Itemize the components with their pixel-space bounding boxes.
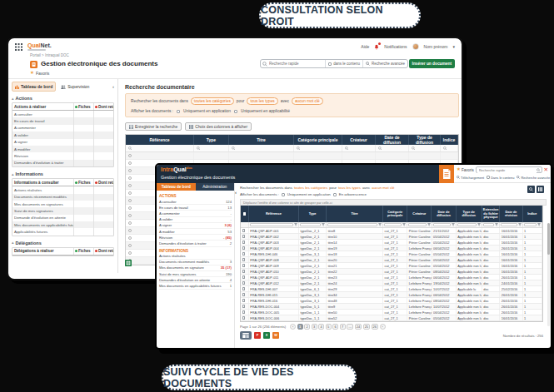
column-header[interactable]: Catégorie principale xyxy=(294,135,342,145)
page-prev-button[interactable]: ‹ xyxy=(290,324,296,330)
w2-categories-link[interactable]: toutes les catégories xyxy=(294,186,327,190)
column-filter[interactable] xyxy=(441,145,458,151)
sidebar-item[interactable]: Mes documents en signature35 (17) xyxy=(159,265,232,271)
row-radio-cell[interactable] xyxy=(126,152,194,159)
column-header[interactable]: Créateur xyxy=(407,206,432,222)
row-checkbox-cell[interactable] xyxy=(241,280,249,285)
row-checkbox[interactable] xyxy=(242,316,246,320)
column-filter[interactable] xyxy=(241,222,249,227)
column-filter[interactable] xyxy=(327,222,383,227)
row-checkbox-cell[interactable] xyxy=(241,234,249,239)
in-content-option[interactable]: dans le contenu xyxy=(325,60,362,67)
sidebar-counter-row[interactable]: Applicabilités futures xyxy=(12,228,113,235)
quick-search-input[interactable] xyxy=(267,60,325,67)
column-filter[interactable] xyxy=(376,145,409,151)
waffle-menu-icon[interactable] xyxy=(15,39,22,54)
row-checkbox-cell[interactable] xyxy=(241,304,249,309)
only-in-applicability-checkbox[interactable] xyxy=(234,110,237,113)
group-by-bar[interactable]: Déplacez l'entête d'une colonne ici afin… xyxy=(240,199,547,206)
column-filter[interactable] xyxy=(409,145,441,151)
row-checkbox[interactable] xyxy=(242,264,246,267)
row-checkbox-cell[interactable] xyxy=(241,298,249,303)
table-row[interactable]: FRA-QSP-ADP-002typeDoc_2_1titre10cat_27_… xyxy=(241,234,542,240)
keywords-pill[interactable]: aucun mot clé xyxy=(292,97,323,105)
row-checkbox-cell[interactable] xyxy=(241,310,249,315)
sidebar-item[interactable]: Demandes d'évolution en attente4 xyxy=(159,277,232,283)
download-link[interactable]: Téléchargement xyxy=(457,176,484,180)
column-filter[interactable] xyxy=(342,145,376,151)
table-row[interactable]: FRA-RES-DOC-004typeDoc_5_1titre9cat_27_1… xyxy=(241,304,542,310)
table-row[interactable]: FRA-RES-DHI-046typeDoc_3_1titre18cat_27_… xyxy=(241,251,542,257)
row-checkbox[interactable] xyxy=(242,270,246,273)
table-row[interactable]: FRA-RES-DHI-007typeDoc_6_1titre29cat_27_… xyxy=(241,286,542,292)
sidebar-counter-row[interactable]: A commenter xyxy=(12,125,113,131)
column-filter[interactable] xyxy=(383,222,407,227)
column-filter[interactable] xyxy=(294,145,342,151)
page-button[interactable]: 5 xyxy=(326,324,332,330)
table-row[interactable]: FRA-RES-DOC-005typeDoc_1_1titre50cat_27_… xyxy=(241,310,542,315)
row-checkbox[interactable] xyxy=(242,299,246,302)
sidebar-counter-row[interactable]: Révision xyxy=(12,152,113,159)
table-row[interactable]: FRA-RES-DHI-016typeDoc_3_1titre48cat_27_… xyxy=(241,298,542,304)
row-checkbox[interactable] xyxy=(242,229,246,232)
sidebar-item[interactable]: Révision- (85) xyxy=(159,235,232,241)
row-checkbox-cell[interactable] xyxy=(241,228,249,233)
w2-tree-view-checkbox[interactable] xyxy=(333,193,337,196)
column-filter[interactable] xyxy=(229,145,294,151)
w2-in-content-checkbox[interactable] xyxy=(487,176,490,179)
sidebar-item[interactable]: A valider- xyxy=(159,217,232,223)
avatar[interactable] xyxy=(412,43,419,50)
row-checkbox-cell[interactable] xyxy=(241,246,249,251)
w2-collapse-icon[interactable]: ‹ xyxy=(235,190,237,195)
column-header[interactable]: Date de diffusion xyxy=(432,206,456,222)
notifications-label[interactable]: Notifications xyxy=(384,44,407,49)
sidebar-item[interactable]: A signer3 (6) xyxy=(159,223,232,229)
layout-export-button[interactable] xyxy=(240,331,252,340)
row-radio[interactable] xyxy=(128,154,132,157)
table-row[interactable]: FRA-QSP-ADP-001typeDoc_2_1titre8cat_27_1… xyxy=(241,228,542,234)
column-header[interactable]: Indice xyxy=(441,135,458,145)
row-checkbox-cell[interactable] xyxy=(241,315,249,320)
sidebar-counter-row[interactable]: Mes documents en signatures xyxy=(12,201,113,207)
row-checkbox[interactable] xyxy=(242,310,246,314)
excel-export-icon[interactable] xyxy=(125,255,132,270)
row-radio[interactable] xyxy=(128,236,132,240)
w2-only-application-checkbox[interactable] xyxy=(282,193,285,196)
sidebar-item[interactable]: Documents récemment modifiés3 xyxy=(159,260,232,265)
row-checkbox[interactable] xyxy=(242,246,246,250)
column-filter[interactable] xyxy=(407,222,432,227)
row-radio[interactable] xyxy=(128,221,132,225)
sidebar-item[interactable]: Demandes d'évolution à traiter2 xyxy=(159,241,232,246)
table-row[interactable]: FRA-QSP-ADP-011typeDoc_2_1titre23cat_27_… xyxy=(241,275,542,280)
w2-advanced-search-link[interactable]: Recherche avancée xyxy=(517,176,550,180)
row-checkbox[interactable] xyxy=(242,252,246,256)
sidebar-item[interactable]: Actions réalisées xyxy=(159,254,232,260)
column-header[interactable]: Type xyxy=(299,206,327,222)
only-in-application-checkbox[interactable] xyxy=(177,110,180,113)
w2-keywords-link[interactable]: aucun mot clé xyxy=(372,186,394,190)
sidebar-counter-row[interactable]: En cours de travail xyxy=(12,117,113,124)
page-next-button[interactable]: › xyxy=(380,324,386,330)
sidebar-counter-row[interactable]: A valider xyxy=(12,131,113,138)
w2-search-input[interactable] xyxy=(477,167,537,173)
table-row[interactable] xyxy=(126,152,458,160)
page-button[interactable]: 26 xyxy=(372,324,378,330)
column-filter[interactable] xyxy=(126,145,194,151)
row-radio[interactable] xyxy=(128,184,132,187)
column-header[interactable]: Catégorie principale xyxy=(383,206,407,222)
sidebar-item[interactable]: A commenter- xyxy=(159,211,232,216)
close-icon[interactable]: ✕ xyxy=(544,167,548,173)
row-checkbox[interactable] xyxy=(242,258,246,261)
column-filter[interactable] xyxy=(500,222,522,227)
sidebar-counter-row[interactable]: Suivi de mes signatures xyxy=(12,207,113,214)
sidebar-counter-row[interactable]: Demande d'évolution en attente xyxy=(12,215,113,221)
section-header[interactable]: ▴Délégations xyxy=(12,241,114,246)
advanced-search-button[interactable]: Recherche avancée xyxy=(362,60,407,67)
column-header[interactable]: Référence xyxy=(126,135,194,145)
row-checkbox[interactable] xyxy=(242,287,246,290)
column-header[interactable]: Type de diffusion xyxy=(457,206,482,222)
row-radio[interactable] xyxy=(128,169,132,172)
column-header[interactable]: Référence xyxy=(249,206,299,222)
column-header[interactable]: Titre xyxy=(327,206,383,222)
sidebar-item[interactable]: Suivi de mes signatures190 xyxy=(159,271,232,277)
